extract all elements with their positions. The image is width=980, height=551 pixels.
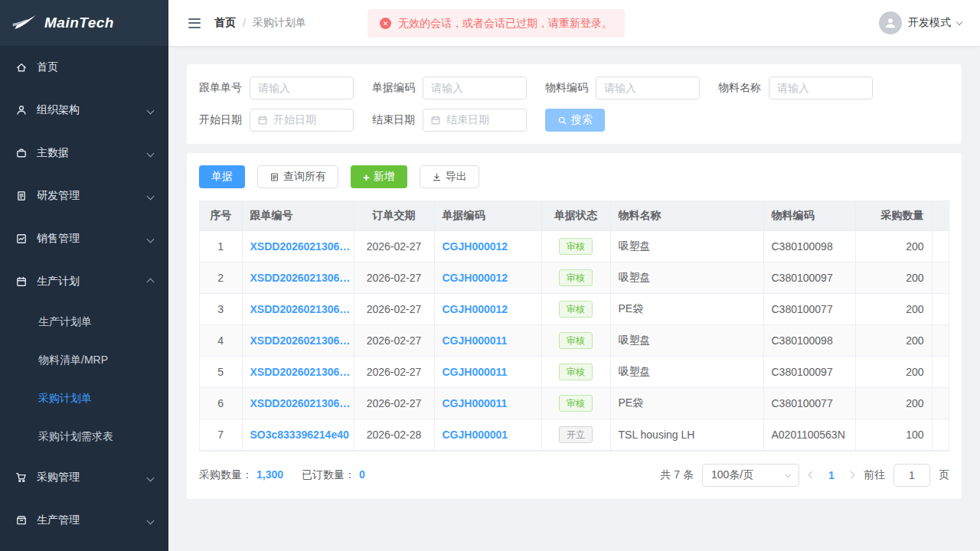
- table-row[interactable]: 4 XSDD2026021306… 2026-02-27 CGJH000011 …: [200, 324, 949, 356]
- chart-icon: [15, 233, 28, 245]
- page-unit-label: 页: [939, 468, 949, 482]
- user-mode-label: 开发模式: [908, 16, 951, 30]
- prev-page-button[interactable]: [808, 472, 816, 478]
- breadcrumb-home[interactable]: 首页: [214, 16, 236, 30]
- search-button[interactable]: 搜索: [545, 109, 605, 132]
- start-date-input[interactable]: 开始日期: [250, 109, 354, 132]
- sidebar-item-label: 生产计划: [37, 275, 80, 289]
- calendar-icon: [15, 276, 28, 288]
- avatar: [879, 11, 902, 34]
- chevron-down-icon: [148, 475, 153, 481]
- overflow-cell: [932, 293, 949, 324]
- status-badge: 审核: [559, 269, 593, 286]
- goto-label: 前往: [864, 468, 885, 482]
- col-header-qty: 采购数量: [855, 201, 932, 230]
- main-area: 首页 / 采购计划单 ✕ 无效的会话，或者会话已过期，请重新登录。 开发模式 跟: [168, 0, 980, 551]
- col-header-delivery: 订单交期: [354, 201, 434, 230]
- table-row[interactable]: 6 XSDD2026021306… 2026-02-27 CGJH000011 …: [200, 387, 949, 419]
- search-icon: [557, 116, 567, 126]
- col-header-status: 单据状态: [541, 201, 610, 230]
- doc-no-link[interactable]: CGJH000012: [443, 272, 508, 284]
- filter-label: 物料编码: [545, 81, 588, 95]
- chevron-down-icon: [148, 108, 153, 113]
- sidebar-nav: 首页 组织架构 主数据 研发管理: [0, 46, 168, 542]
- table-row[interactable]: 1 XSDD2026021306… 2026-02-27 CGJH000012 …: [200, 230, 949, 262]
- order-no-input[interactable]: [250, 77, 354, 99]
- sidebar-item-production-management[interactable]: 生产管理: [0, 499, 168, 542]
- briefcase-icon: [15, 147, 28, 159]
- toolbar: 单据 查询所有 + 新增: [199, 165, 949, 188]
- order-no-link[interactable]: XSDD2026021306…: [250, 397, 351, 409]
- table-row[interactable]: 2 XSDD2026021306… 2026-02-27 CGJH000012 …: [200, 262, 949, 293]
- order-no-link[interactable]: XSDD2026021306…: [250, 303, 351, 315]
- overflow-cell: [932, 262, 949, 293]
- purchase-qty-label: 采购数量：: [199, 468, 253, 481]
- logo-text: MainTech: [44, 15, 114, 31]
- summary-stats: 采购数量：1,300 已订数量：0: [199, 468, 381, 482]
- sidebar-item-sales-management[interactable]: 销售管理: [0, 217, 168, 260]
- total-count: 共 7 条: [660, 468, 694, 482]
- page-size-select[interactable]: 100条/页: [702, 464, 799, 487]
- logo: MainTech: [0, 0, 168, 46]
- order-no-link[interactable]: XSDD2026021306…: [250, 240, 351, 253]
- add-button[interactable]: + 新增: [351, 165, 407, 188]
- sidebar-subitem-bom-mrp[interactable]: 物料清单/MRP: [0, 341, 168, 380]
- next-page-button[interactable]: [847, 472, 855, 478]
- doc-no-link[interactable]: CGJH000012: [443, 240, 508, 253]
- cart-icon: [15, 471, 28, 484]
- sidebar-item-label: 主数据: [37, 146, 69, 160]
- sidebar-item-purchase-management[interactable]: 采购管理: [0, 456, 168, 499]
- box-icon: [15, 514, 28, 527]
- purchase-qty-value: 1,300: [256, 468, 283, 481]
- document-icon: [15, 190, 28, 202]
- calendar-icon: [257, 115, 268, 126]
- sidebar-item-rd-management[interactable]: 研发管理: [0, 174, 168, 217]
- order-no-link[interactable]: XSDD2026021306…: [250, 334, 351, 347]
- end-date-input[interactable]: 结束日期: [423, 109, 527, 132]
- doc-button[interactable]: 单据: [199, 165, 245, 188]
- table-header-row: 序号 跟单编号 订单交期 单据编码 单据状态 物料名称 物料编码 采购数量: [200, 201, 949, 230]
- overflow-cell: [932, 324, 949, 356]
- status-badge: 审核: [559, 364, 593, 380]
- document-icon: [270, 172, 279, 182]
- material-name-input[interactable]: [769, 77, 873, 99]
- order-no-link[interactable]: SO3c833396214e40: [250, 429, 349, 441]
- sidebar-item-master-data[interactable]: 主数据: [0, 132, 168, 174]
- query-all-button[interactable]: 查询所有: [257, 165, 338, 188]
- sidebar-item-production-plan[interactable]: 生产计划: [0, 260, 168, 303]
- table-row[interactable]: 5 XSDD2026021306… 2026-02-27 CGJH000011 …: [200, 356, 949, 387]
- export-button[interactable]: 导出: [420, 165, 479, 188]
- user-menu[interactable]: 开发模式: [879, 11, 962, 34]
- sidebar-subitem-production-plan-order[interactable]: 生产计划单: [0, 303, 168, 341]
- status-badge: 审核: [559, 395, 593, 412]
- calendar-icon: [430, 115, 441, 126]
- status-badge: 审核: [559, 332, 593, 349]
- order-no-link[interactable]: XSDD2026021306…: [250, 366, 351, 378]
- breadcrumb-current: 采购计划单: [253, 16, 306, 30]
- doc-no-link[interactable]: CGJH000011: [443, 397, 508, 409]
- sidebar-subitem-purchase-plan-demand[interactable]: 采购计划需求表: [0, 418, 168, 456]
- current-page-button[interactable]: 1: [825, 469, 838, 481]
- filter-label: 物料名称: [718, 81, 761, 95]
- overflow-cell: [932, 387, 949, 419]
- doc-no-link[interactable]: CGJH000011: [443, 334, 508, 347]
- doc-code-input[interactable]: [423, 77, 527, 99]
- doc-no-link[interactable]: CGJH000012: [443, 303, 508, 315]
- material-code-input[interactable]: [596, 77, 700, 99]
- sidebar-item-home[interactable]: 首页: [0, 46, 168, 89]
- chevron-down-icon: [956, 18, 962, 24]
- chevron-down-icon: [148, 194, 153, 199]
- sidebar-subitem-purchase-plan-order[interactable]: 采购计划单: [0, 380, 168, 418]
- filter-label: 单据编码: [372, 81, 415, 95]
- table-row[interactable]: 3 XSDD2026021306… 2026-02-27 CGJH000012 …: [200, 293, 949, 324]
- table-row[interactable]: 7 SO3c833396214e40 2026-02-28 CGJH000001…: [200, 419, 949, 450]
- doc-no-link[interactable]: CGJH000001: [443, 429, 508, 441]
- sidebar-item-organization[interactable]: 组织架构: [0, 89, 168, 132]
- hamburger-menu-icon[interactable]: [188, 18, 201, 28]
- chevron-down-icon: [148, 151, 153, 156]
- goto-page-input[interactable]: [893, 464, 930, 487]
- order-no-link[interactable]: XSDD2026021306…: [250, 272, 351, 284]
- breadcrumb-separator: /: [243, 17, 246, 29]
- ordered-qty-value: 0: [359, 468, 365, 481]
- doc-no-link[interactable]: CGJH000011: [443, 366, 508, 378]
